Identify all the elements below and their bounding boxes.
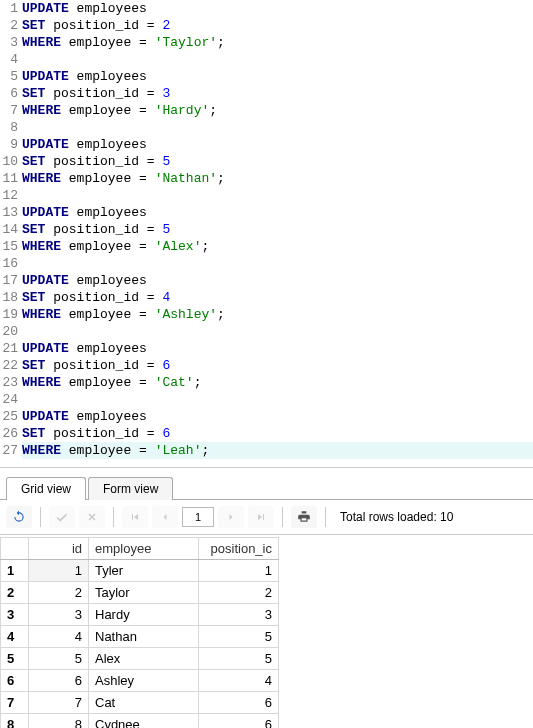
line-gutter: 1234567891011121314151617181920212223242…: [0, 0, 22, 459]
table-row[interactable]: 66Ashley4: [1, 670, 279, 692]
separator: [282, 507, 283, 527]
sql-editor[interactable]: 1234567891011121314151617181920212223242…: [0, 0, 533, 468]
code-line[interactable]: UPDATE employees: [22, 272, 533, 289]
code-line[interactable]: [22, 51, 533, 68]
code-line[interactable]: WHERE employee = 'Leah';: [22, 442, 533, 459]
last-page-button[interactable]: [248, 506, 274, 528]
code-line[interactable]: WHERE employee = 'Alex';: [22, 238, 533, 255]
row-number[interactable]: 5: [1, 648, 29, 670]
code-line[interactable]: UPDATE employees: [22, 340, 533, 357]
code-line[interactable]: WHERE employee = 'Taylor';: [22, 34, 533, 51]
check-icon: [55, 510, 69, 524]
code-line[interactable]: SET position_id = 6: [22, 357, 533, 374]
results-panel: Grid view Form view: [0, 468, 533, 728]
code-line[interactable]: WHERE employee = 'Nathan';: [22, 170, 533, 187]
code-line[interactable]: SET position_id = 5: [22, 221, 533, 238]
page-number-input[interactable]: 1: [182, 507, 214, 527]
cell-id[interactable]: 5: [29, 648, 89, 670]
code-line[interactable]: SET position_id = 4: [22, 289, 533, 306]
code-line[interactable]: UPDATE employees: [22, 408, 533, 425]
cell-id[interactable]: 6: [29, 670, 89, 692]
row-number[interactable]: 2: [1, 582, 29, 604]
code-line[interactable]: SET position_id = 3: [22, 85, 533, 102]
row-number[interactable]: 8: [1, 714, 29, 729]
code-line[interactable]: SET position_id = 5: [22, 153, 533, 170]
cell-position[interactable]: 4: [199, 670, 279, 692]
chevron-left-icon: [159, 511, 171, 523]
first-page-button[interactable]: [122, 506, 148, 528]
table-row[interactable]: 11Tyler1: [1, 560, 279, 582]
code-line[interactable]: SET position_id = 2: [22, 17, 533, 34]
cell-id[interactable]: 8: [29, 714, 89, 729]
cell-employee[interactable]: Cydnee: [89, 714, 199, 729]
cell-position[interactable]: 1: [199, 560, 279, 582]
print-button[interactable]: [291, 506, 317, 528]
tab-form-view[interactable]: Form view: [88, 477, 173, 500]
tab-grid-view[interactable]: Grid view: [6, 477, 86, 500]
code-line[interactable]: [22, 119, 533, 136]
code-line[interactable]: [22, 323, 533, 340]
cell-id[interactable]: 1: [29, 560, 89, 582]
printer-icon: [297, 510, 311, 524]
cell-position[interactable]: 5: [199, 626, 279, 648]
table-row[interactable]: 77Cat6: [1, 692, 279, 714]
first-page-icon: [129, 511, 141, 523]
cell-position[interactable]: 3: [199, 604, 279, 626]
total-rows-label: Total rows loaded: 10: [340, 510, 453, 524]
table-row[interactable]: 88Cydnee6: [1, 714, 279, 729]
prev-page-button[interactable]: [152, 506, 178, 528]
rollback-button[interactable]: [79, 506, 105, 528]
cell-id[interactable]: 4: [29, 626, 89, 648]
code-line[interactable]: WHERE employee = 'Cat';: [22, 374, 533, 391]
code-line[interactable]: [22, 255, 533, 272]
row-number[interactable]: 4: [1, 626, 29, 648]
code-line[interactable]: WHERE employee = 'Hardy';: [22, 102, 533, 119]
separator: [113, 507, 114, 527]
column-header-position[interactable]: position_ic: [199, 538, 279, 560]
cell-employee[interactable]: Cat: [89, 692, 199, 714]
row-number[interactable]: 3: [1, 604, 29, 626]
cell-position[interactable]: 6: [199, 692, 279, 714]
code-line[interactable]: UPDATE employees: [22, 204, 533, 221]
refresh-icon: [12, 510, 26, 524]
row-number[interactable]: 1: [1, 560, 29, 582]
cell-position[interactable]: 5: [199, 648, 279, 670]
row-number[interactable]: 6: [1, 670, 29, 692]
commit-button[interactable]: [49, 506, 75, 528]
code-line[interactable]: [22, 391, 533, 408]
cell-position[interactable]: 6: [199, 714, 279, 729]
chevron-right-icon: [225, 511, 237, 523]
cell-employee[interactable]: Taylor: [89, 582, 199, 604]
cell-employee[interactable]: Alex: [89, 648, 199, 670]
x-icon: [86, 511, 98, 523]
results-grid[interactable]: id employee position_ic 11Tyler122Taylor…: [0, 537, 279, 728]
cell-id[interactable]: 7: [29, 692, 89, 714]
column-header-id[interactable]: id: [29, 538, 89, 560]
results-tabs: Grid view Form view: [0, 468, 533, 500]
last-page-icon: [255, 511, 267, 523]
code-line[interactable]: UPDATE employees: [22, 68, 533, 85]
table-row[interactable]: 22Taylor2: [1, 582, 279, 604]
table-row[interactable]: 33Hardy3: [1, 604, 279, 626]
next-page-button[interactable]: [218, 506, 244, 528]
code-line[interactable]: UPDATE employees: [22, 0, 533, 17]
cell-position[interactable]: 2: [199, 582, 279, 604]
separator: [325, 507, 326, 527]
cell-employee[interactable]: Nathan: [89, 626, 199, 648]
code-line[interactable]: [22, 187, 533, 204]
table-row[interactable]: 55Alex5: [1, 648, 279, 670]
grid-header-row: id employee position_ic: [1, 538, 279, 560]
code-lines[interactable]: UPDATE employeesSET position_id = 2WHERE…: [22, 0, 533, 459]
cell-id[interactable]: 2: [29, 582, 89, 604]
cell-id[interactable]: 3: [29, 604, 89, 626]
cell-employee[interactable]: Ashley: [89, 670, 199, 692]
refresh-button[interactable]: [6, 506, 32, 528]
cell-employee[interactable]: Tyler: [89, 560, 199, 582]
code-line[interactable]: SET position_id = 6: [22, 425, 533, 442]
table-row[interactable]: 44Nathan5: [1, 626, 279, 648]
code-line[interactable]: UPDATE employees: [22, 136, 533, 153]
column-header-employee[interactable]: employee: [89, 538, 199, 560]
code-line[interactable]: WHERE employee = 'Ashley';: [22, 306, 533, 323]
cell-employee[interactable]: Hardy: [89, 604, 199, 626]
row-number[interactable]: 7: [1, 692, 29, 714]
